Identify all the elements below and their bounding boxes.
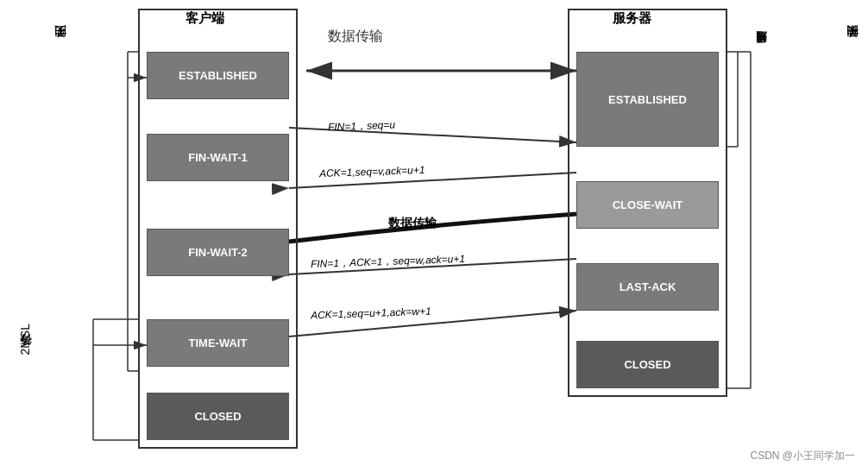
server-established: ESTABLISHED bbox=[576, 52, 719, 147]
server-last-ack: LAST-ACK bbox=[576, 263, 719, 311]
server-header: 服务器 bbox=[613, 10, 651, 27]
client-time-wait: TIME-WAIT bbox=[147, 319, 289, 367]
client-established: ESTABLISHED bbox=[147, 52, 289, 99]
server-closed: CLOSED bbox=[576, 341, 719, 388]
diagram-container: 客户端 服务器 数据传输 ESTABLISHED FIN-WAIT-1 FIN-… bbox=[0, 0, 868, 472]
client-header: 客户端 bbox=[186, 10, 224, 27]
watermark: CSDN @小王同学加一 bbox=[750, 449, 855, 463]
server-close-wait: CLOSE-WAIT bbox=[576, 181, 719, 229]
client-fin-wait2: FIN-WAIT-2 bbox=[147, 229, 289, 276]
data-transfer-label: 数据传输 bbox=[328, 28, 383, 46]
wait-2msl-label: 等待2MSL bbox=[16, 324, 35, 356]
msg-ack1: ACK=1,seq=v,ack=u+1 bbox=[319, 164, 425, 179]
msg-fin2: FIN=1，ACK=1，seq=w,ack=u+1 bbox=[311, 252, 466, 272]
msg-fin1: FIN=1，seq=u bbox=[328, 118, 396, 135]
msg-ack2: ACK=1,seq=u+1,ack=w+1 bbox=[311, 305, 431, 322]
msg-data-transfer: 数据传输 bbox=[388, 216, 437, 231]
arrows-svg bbox=[0, 0, 868, 472]
client-fin-wait1: FIN-WAIT-1 bbox=[147, 134, 289, 181]
client-closed: CLOSED bbox=[147, 393, 289, 440]
